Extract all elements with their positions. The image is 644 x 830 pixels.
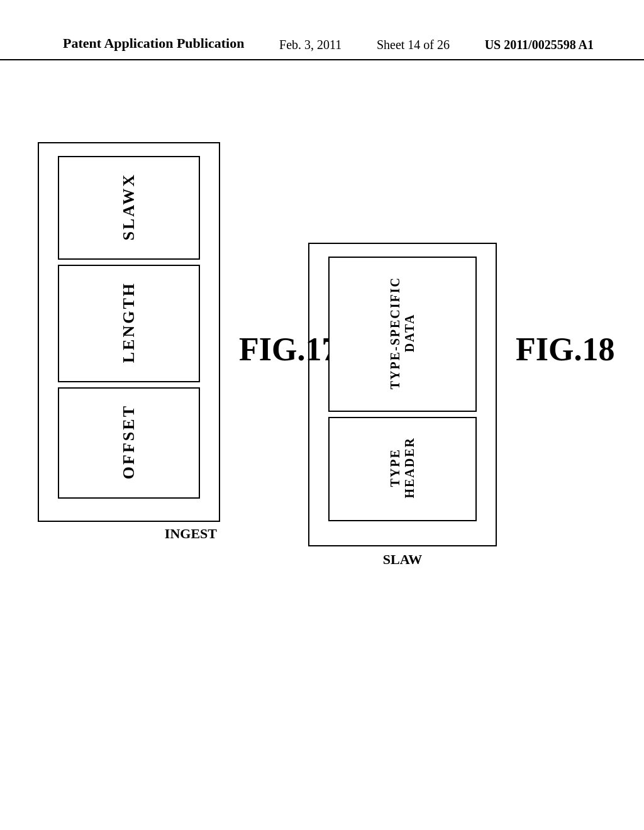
fig17-slawx-box: SLAWX xyxy=(58,156,200,260)
fig18-type-header-label: TYPE HEADER xyxy=(388,437,417,499)
fig18-type-specific-label: TYPE-SPECIFIC DATA xyxy=(388,277,417,389)
fig18-outer-box: TYPE-SPECIFIC DATA TYPE HEADER xyxy=(308,243,497,546)
fig17-length-box: LENGTH xyxy=(58,265,200,382)
fig18-slaw-label: SLAW xyxy=(308,551,497,568)
page-header: Patent Application Publication Feb. 3, 2… xyxy=(0,0,644,60)
fig17-offset-box: OFFSET xyxy=(58,387,200,499)
fig17-length-label: LENGTH xyxy=(119,282,138,363)
publication-date: Feb. 3, 2011 xyxy=(279,35,341,52)
fig18-diagram: TYPE-SPECIFIC DATA TYPE HEADER SLAW xyxy=(308,243,497,568)
fig17-diagram: SLAWX LENGTH OFFSET INGEST xyxy=(38,142,220,543)
fig17-slawx-label: SLAWX xyxy=(119,173,138,240)
sheet-info: Sheet 14 of 26 xyxy=(377,35,450,52)
fig17-outer-box: SLAWX LENGTH OFFSET xyxy=(38,142,220,523)
fig17-offset-label: OFFSET xyxy=(119,404,138,479)
publication-title: Patent Application Publication xyxy=(63,35,244,53)
patent-number: US 2011/0025598 A1 xyxy=(485,35,594,52)
fig18-type-specific-box: TYPE-SPECIFIC DATA xyxy=(328,257,477,412)
main-content: SLAWX LENGTH OFFSET INGEST FIG.17 TYPE-S… xyxy=(0,60,644,802)
fig17-ingest-label: INGEST xyxy=(38,526,220,542)
fig18-type-header-box: TYPE HEADER xyxy=(328,417,477,521)
fig18-title: FIG.18 xyxy=(516,331,614,368)
